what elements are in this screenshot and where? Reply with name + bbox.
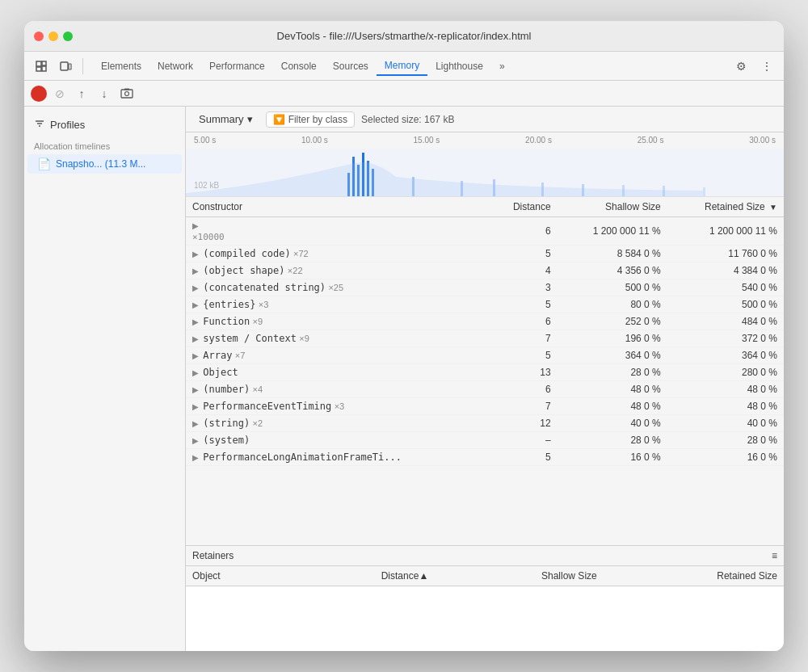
table-row[interactable]: ▶ ×10000 6 1 200 000 11 % 1 200 000 11 %: [186, 217, 784, 246]
tab-lighthouse[interactable]: Lighthouse: [427, 57, 491, 75]
filter-by-class-button[interactable]: 🔽 Filter by class: [266, 111, 355, 128]
count-label: ×4: [252, 384, 263, 394]
shallow-cell: 500 0 %: [558, 279, 667, 296]
tab-sources[interactable]: Sources: [325, 57, 377, 75]
table-row[interactable]: ▶ system / Context ×9 7 196 0 % 372 0 %: [186, 330, 784, 347]
table-row[interactable]: ▶ PerformanceEventTiming ×3 7 48 0 % 48 …: [186, 398, 784, 415]
constructor-name: (object shape): [203, 265, 284, 276]
main-area: Profiles Allocation timelines 📄 Snapsho.…: [24, 107, 784, 651]
constructor-name: {entries}: [203, 299, 255, 310]
sort-desc-icon: ▼: [769, 203, 777, 212]
stop-button[interactable]: ⊘: [52, 86, 68, 102]
ret-col-object[interactable]: Object: [186, 566, 287, 586]
constructor-name: PerformanceLongAnimationFrameTi...: [203, 452, 402, 463]
expand-arrow-icon[interactable]: ▶: [192, 436, 199, 445]
tab-network[interactable]: Network: [149, 57, 201, 75]
ret-col-distance[interactable]: Distance▲: [287, 566, 436, 586]
table-row[interactable]: ▶ {entries} ×3 5 80 0 % 500 0 %: [186, 296, 784, 313]
table-row[interactable]: ▶ (string) ×2 12 40 0 % 40 0 %: [186, 415, 784, 432]
tab-memory[interactable]: Memory: [377, 57, 427, 76]
expand-arrow-icon[interactable]: ▶: [192, 334, 199, 343]
download-icon[interactable]: ↓: [95, 85, 113, 103]
device-toggle-icon[interactable]: [55, 56, 76, 77]
titlebar: DevTools - file:///Users/stmarthe/x-repl…: [24, 21, 784, 52]
retained-cell: 500 0 %: [667, 296, 784, 313]
distance-cell: 5: [488, 449, 557, 466]
table-row[interactable]: ▶ (object shape) ×22 4 4 356 0 % 4 384 0…: [186, 262, 784, 279]
distance-cell: 4: [488, 262, 557, 279]
label-10s: 10.00 s: [301, 136, 328, 145]
table-row[interactable]: ▶ (compiled code) ×72 5 8 584 0 % 11 760…: [186, 246, 784, 262]
retained-cell: 48 0 %: [667, 381, 784, 398]
maximize-button[interactable]: [63, 32, 73, 41]
label-20s: 20.00 s: [525, 136, 552, 145]
ret-col-shallow[interactable]: Shallow Size: [435, 566, 603, 586]
table-row[interactable]: ▶ Function ×9 6 252 0 % 484 0 %: [186, 313, 784, 330]
table-row[interactable]: ▶ Object 13 28 0 % 280 0 %: [186, 364, 784, 381]
expand-arrow-icon[interactable]: ▶: [192, 351, 199, 360]
filter-label: Filter by class: [288, 114, 347, 125]
summary-dropdown[interactable]: Summary ▾: [192, 111, 259, 127]
table-row[interactable]: ▶ (system) – 28 0 % 28 0 %: [186, 432, 784, 449]
retained-pct: 0 %: [760, 265, 777, 276]
filter-icon: 🔽: [273, 114, 285, 125]
retained-pct: 11 %: [755, 225, 777, 237]
expand-arrow-icon[interactable]: ▶: [192, 250, 199, 258]
tab-elements[interactable]: Elements: [93, 57, 149, 75]
constructor-name: system / Context: [203, 333, 297, 344]
expand-arrow-icon[interactable]: ▶: [192, 419, 199, 428]
expand-arrow-icon[interactable]: ▶: [192, 368, 199, 377]
snapshot-item[interactable]: 📄 Snapsho... (11.3 M...: [27, 154, 182, 174]
retained-cell: 280 0 %: [667, 364, 784, 381]
table-row[interactable]: ▶ (number) ×4 6 48 0 % 48 0 %: [186, 381, 784, 398]
col-distance[interactable]: Distance: [488, 197, 557, 217]
distance-cell: 6: [488, 381, 557, 398]
heap-snapshot-table: Constructor Distance Shallow Size Retain…: [186, 197, 784, 466]
main-table-container[interactable]: Constructor Distance Shallow Size Retain…: [186, 197, 784, 545]
upload-icon[interactable]: ↑: [73, 85, 90, 103]
expand-arrow-icon[interactable]: ▶: [192, 385, 199, 394]
retained-pct: 0 %: [760, 248, 777, 259]
svg-rect-1: [36, 67, 41, 71]
expand-arrow-icon[interactable]: ▶: [192, 300, 199, 309]
shallow-pct: 0 %: [644, 401, 661, 412]
constructor-cell: ▶ {entries} ×3: [186, 296, 488, 313]
more-icon[interactable]: ⋮: [756, 56, 777, 77]
expand-arrow-icon[interactable]: ▶: [192, 317, 199, 326]
settings-icon[interactable]: ⚙: [730, 56, 751, 77]
ret-col-retained[interactable]: Retained Size: [604, 566, 784, 586]
inspect-icon[interactable]: [31, 56, 52, 77]
distance-cell: 7: [488, 398, 557, 415]
timeline-labels: 5.00 s 10.00 s 15.00 s 20.00 s 25.00 s 3…: [186, 136, 784, 145]
constructor-name: (string): [203, 418, 250, 429]
col-shallow[interactable]: Shallow Size: [558, 197, 667, 217]
count-label: ×22: [288, 266, 303, 275]
tab-performance[interactable]: Performance: [201, 57, 273, 75]
expand-arrow-icon[interactable]: ▶: [192, 221, 199, 230]
table-row[interactable]: ▶ (concatenated string) ×25 3 500 0 % 54…: [186, 279, 784, 296]
col-retained[interactable]: Retained Size ▼: [667, 197, 784, 217]
expand-arrow-icon[interactable]: ▶: [192, 267, 199, 275]
expand-arrow-icon[interactable]: ▶: [192, 284, 199, 292]
close-button[interactable]: [34, 32, 44, 41]
expand-arrow-icon[interactable]: ▶: [192, 453, 199, 462]
constructor-cell: ▶ ×10000: [186, 217, 488, 246]
nav-tabs: Elements Network Performance Console Sou…: [93, 57, 727, 76]
timeline-chart: 5.00 s 10.00 s 15.00 s 20.00 s 25.00 s 3…: [186, 132, 784, 197]
table-row[interactable]: ▶ Array ×7 5 364 0 % 364 0 %: [186, 347, 784, 364]
retained-pct: 0 %: [760, 282, 777, 293]
shallow-pct: 0 %: [644, 299, 661, 310]
minimize-button[interactable]: [48, 32, 58, 41]
col-constructor[interactable]: Constructor: [186, 197, 488, 217]
table-row[interactable]: ▶ PerformanceLongAnimationFrameTi... 5 1…: [186, 449, 784, 466]
distance-cell: 12: [488, 415, 557, 432]
screenshot-icon[interactable]: [118, 85, 136, 103]
retained-cell: 372 0 %: [667, 330, 784, 347]
tab-console[interactable]: Console: [273, 57, 325, 75]
retainers-header: Retainers ≡: [186, 545, 784, 566]
distance-cell: 3: [488, 279, 557, 296]
tab-more[interactable]: »: [491, 57, 513, 75]
svg-point-7: [125, 91, 129, 95]
record-button[interactable]: [31, 86, 47, 102]
expand-arrow-icon[interactable]: ▶: [192, 402, 199, 411]
